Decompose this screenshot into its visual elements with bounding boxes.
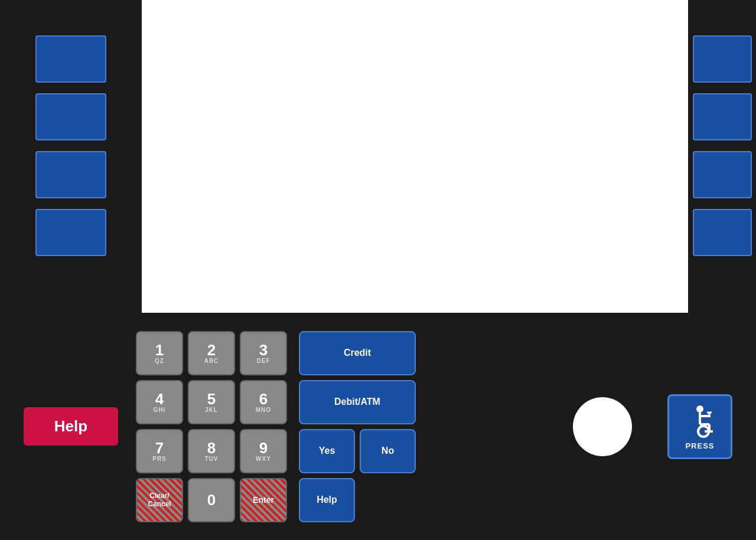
numpad: 1 QZ 2 ABC 3 DEF 4 GHI 5 JKL <box>136 331 287 522</box>
key-enter[interactable]: Enter <box>240 478 287 522</box>
key-8-letters: TUV <box>205 456 219 462</box>
key-1[interactable]: 1 QZ <box>136 331 183 375</box>
speaker <box>573 397 632 456</box>
accessibility-button[interactable]: PRESS <box>667 394 732 459</box>
terminal: Help 1 QZ 2 ABC 3 DEF 4 <box>0 0 756 540</box>
right-screen-button-4[interactable] <box>693 209 752 256</box>
action-buttons: Credit Debit/ATM Yes No Help <box>299 331 416 522</box>
key-2-letters: ABC <box>204 358 219 364</box>
key-3[interactable]: 3 DEF <box>240 331 287 375</box>
right-button-column <box>688 0 756 313</box>
key-clear-label: Clear/Cancel <box>148 492 171 509</box>
key-5-letters: JKL <box>205 407 218 413</box>
credit-button[interactable]: Credit <box>299 331 416 375</box>
left-screen-button-1[interactable] <box>35 35 106 83</box>
svg-point-0 <box>696 405 703 413</box>
key-3-digit: 3 <box>259 342 268 358</box>
right-screen-button-3[interactable] <box>693 151 752 198</box>
key-5[interactable]: 5 JKL <box>188 380 235 424</box>
key-4-letters: GHI <box>154 407 166 413</box>
left-button-column <box>0 0 142 313</box>
keypad-section: 1 QZ 2 ABC 3 DEF 4 GHI 5 JKL <box>136 331 416 522</box>
key-4[interactable]: 4 GHI <box>136 380 183 424</box>
left-screen-button-3[interactable] <box>35 151 106 198</box>
accessibility-press-label: PRESS <box>685 441 714 450</box>
key-enter-label: Enter <box>253 495 274 505</box>
help-action-button[interactable]: Help <box>299 478 355 522</box>
key-4-digit: 4 <box>155 391 164 407</box>
key-1-letters: QZ <box>155 358 164 364</box>
key-7-digit: 7 <box>155 440 164 456</box>
key-2-digit: 2 <box>207 342 216 358</box>
key-6-letters: MNO <box>256 407 271 413</box>
right-screen-button-2[interactable] <box>693 93 752 140</box>
yes-button[interactable]: Yes <box>299 429 355 473</box>
key-2[interactable]: 2 ABC <box>188 331 235 375</box>
bottom-panel: Help 1 QZ 2 ABC 3 DEF 4 <box>0 313 756 540</box>
key-6[interactable]: 6 MNO <box>240 380 287 424</box>
key-9-digit: 9 <box>259 440 268 456</box>
right-screen-button-1[interactable] <box>693 35 752 83</box>
no-button[interactable]: No <box>360 429 416 473</box>
screen-display <box>142 0 688 313</box>
key-0[interactable]: 0 <box>188 478 235 522</box>
left-screen-button-4[interactable] <box>35 209 106 256</box>
key-7-letters: PRS <box>152 456 167 462</box>
key-7[interactable]: 7 PRS <box>136 429 183 473</box>
key-clear[interactable]: Clear/Cancel <box>136 478 183 522</box>
key-9[interactable]: 9 WXY <box>240 429 287 473</box>
key-0-digit: 0 <box>207 492 216 508</box>
key-8[interactable]: 8 TUV <box>188 429 235 473</box>
left-screen-button-2[interactable] <box>35 93 106 140</box>
key-6-digit: 6 <box>259 391 268 407</box>
key-8-digit: 8 <box>207 440 216 456</box>
help-main-button[interactable]: Help <box>24 407 118 446</box>
wheelchair-icon <box>682 403 718 438</box>
debit-atm-button[interactable]: Debit/ATM <box>299 380 416 424</box>
key-3-letters: DEF <box>257 358 271 364</box>
key-1-digit: 1 <box>155 342 164 358</box>
key-5-digit: 5 <box>207 391 216 407</box>
key-9-letters: WXY <box>256 456 271 462</box>
